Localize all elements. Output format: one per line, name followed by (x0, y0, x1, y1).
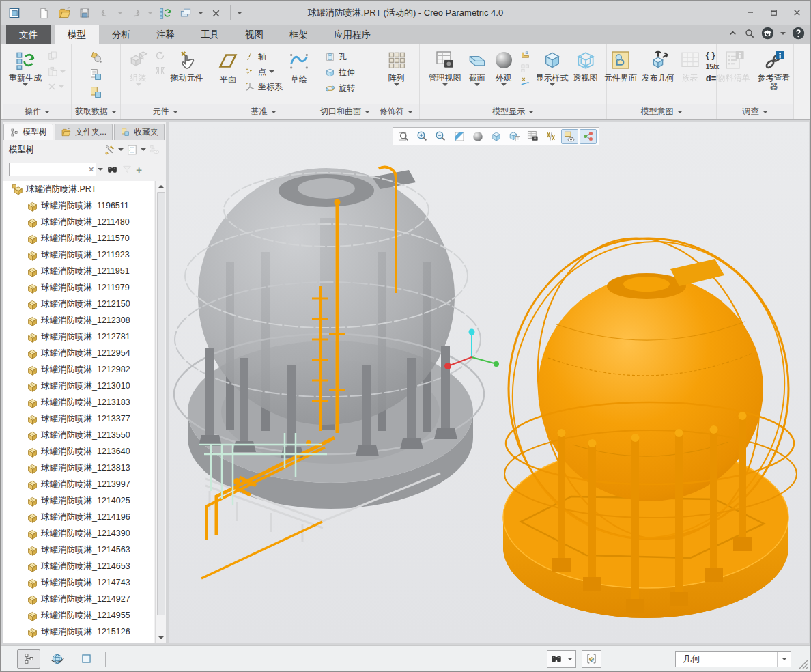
windows-button[interactable] (177, 5, 194, 21)
maximize-button[interactable] (764, 5, 783, 20)
tree-search-settings-button[interactable] (149, 144, 160, 156)
app-window-icon[interactable] (6, 5, 23, 21)
tree-filters-button[interactable] (126, 144, 138, 156)
open-file-button[interactable] (56, 5, 72, 21)
group-label-get-data[interactable]: 获取数据 (72, 104, 120, 119)
tree-item[interactable]: 球罐消防喷淋_1211480 (3, 214, 154, 230)
chevron-down-icon[interactable] (117, 12, 123, 14)
zoom-out-button[interactable] (432, 129, 449, 144)
shading-style-button[interactable] (469, 129, 486, 144)
drag-components-button[interactable]: 拖动元件 (171, 47, 203, 104)
tab-tools[interactable]: 工具 (188, 25, 232, 44)
tree-item[interactable]: 球罐消防喷淋_1214025 (3, 492, 154, 509)
group-label-investigate[interactable]: 调查 (717, 104, 793, 119)
tab-framework[interactable]: 框架 (276, 25, 321, 44)
extrude-button[interactable]: 拉伸 (324, 66, 355, 79)
datum-display-filters-button[interactable] (543, 129, 560, 144)
tree-item[interactable]: 球罐消防喷淋_1211951 (3, 263, 154, 279)
help-icon[interactable] (792, 27, 805, 40)
resize-grip[interactable] (799, 660, 808, 669)
display-style-toggle-button[interactable] (487, 129, 504, 144)
chevron-down-icon[interactable] (474, 83, 480, 86)
search-icon[interactable] (744, 28, 755, 39)
tree-root-item[interactable]: 球罐消防喷淋.PRT (3, 181, 154, 197)
chevron-down-icon[interactable] (567, 658, 573, 660)
regenerate-quick-button[interactable] (157, 5, 173, 21)
tree-item[interactable]: 球罐消防喷淋_1213813 (3, 460, 154, 476)
bill-of-materials-button[interactable]: 物料清单 (717, 47, 750, 104)
redo-button[interactable] (127, 5, 143, 21)
chevron-down-icon[interactable] (147, 12, 153, 14)
tree-item[interactable]: 球罐消防喷淋_1211923 (3, 247, 154, 263)
user-defined-feature-button[interactable] (89, 50, 103, 64)
repeat-button[interactable] (154, 50, 166, 61)
tree-item[interactable]: 球罐消防喷淋_1214563 (3, 542, 154, 558)
datum-plane-button[interactable]: 平面 (216, 47, 240, 104)
tree-scrollbar[interactable] (155, 181, 166, 643)
paste-button[interactable] (46, 66, 66, 78)
zoom-in-button[interactable] (414, 129, 431, 144)
copy-geometry-button[interactable] (89, 68, 103, 82)
group-label-operations[interactable]: 操作 (3, 104, 71, 119)
tree-item[interactable]: 球罐消防喷淋_1214955 (3, 607, 154, 624)
tree-item[interactable]: 球罐消防喷淋_1215126 (3, 624, 154, 640)
chevron-down-icon[interactable] (442, 83, 448, 86)
add-filter-icon[interactable]: + (136, 164, 142, 176)
tree-item[interactable]: 球罐消防喷淋_1212150 (3, 296, 154, 312)
datum-csys-button[interactable]: 坐标系 (244, 80, 283, 94)
view-manager-button[interactable] (524, 129, 541, 144)
select-items-button[interactable] (582, 650, 601, 668)
scroll-down-icon[interactable] (156, 632, 166, 643)
tree-item[interactable]: 球罐消防喷淋_1212308 (3, 312, 154, 328)
group-label-components[interactable]: 元件 (121, 104, 210, 119)
chevron-down-icon[interactable] (98, 168, 103, 171)
datum-axis-button[interactable]: 轴 (244, 50, 283, 64)
annotation-display-button[interactable] (561, 129, 578, 144)
tree-item[interactable]: 球罐消防喷淋_1214653 (3, 558, 154, 574)
web-browser-button[interactable] (46, 649, 69, 669)
chevron-down-icon[interactable] (550, 83, 555, 86)
chevron-down-icon[interactable] (198, 12, 203, 14)
chevron-down-icon[interactable] (777, 652, 791, 667)
display-style-button[interactable]: 显示样式 (536, 47, 569, 104)
tab-applications[interactable]: 应用程序 (321, 25, 384, 44)
chevron-down-icon[interactable] (269, 70, 274, 73)
sketch-button[interactable]: 草绘 (287, 47, 311, 104)
hole-button[interactable]: 孔 (324, 50, 355, 64)
tree-item[interactable]: 球罐消防喷淋_1211979 (3, 279, 154, 296)
chevron-down-icon[interactable] (780, 32, 786, 35)
tree-item[interactable]: 球罐消防喷淋_1214743 (3, 574, 154, 591)
spin-center-button[interactable] (580, 129, 597, 144)
annotation-orientation-button[interactable] (520, 76, 531, 87)
shrinkwrap-button[interactable] (89, 85, 103, 100)
refit-button[interactable] (395, 129, 412, 144)
group-label-model-display[interactable]: 模型显示 (420, 104, 606, 119)
scene-button[interactable] (520, 50, 531, 61)
tab-analysis[interactable]: 分析 (99, 25, 143, 44)
tree-item[interactable]: 球罐消防喷淋_1213997 (3, 476, 154, 492)
datum-point-button[interactable]: 点 (244, 65, 283, 79)
group-label-model-intent[interactable]: 模型意图 (607, 104, 716, 119)
tab-folder-browser[interactable]: 文件夹... (55, 124, 113, 140)
publish-geometry-button[interactable]: 发布几何 (642, 47, 674, 104)
reference-viewer-button[interactable]: 参考查看器 (755, 47, 793, 104)
customize-toolbar-caret[interactable] (237, 12, 242, 14)
tab-annotate[interactable]: 注释 (143, 25, 188, 44)
tree-item[interactable]: 球罐消防喷淋_1212954 (3, 345, 154, 361)
learning-center-icon[interactable] (761, 27, 774, 40)
scroll-up-icon[interactable] (156, 181, 166, 191)
collapse-ribbon-button[interactable] (728, 28, 738, 38)
save-button[interactable] (76, 5, 93, 21)
toggle-navigator-button[interactable] (17, 649, 40, 669)
family-table-button[interactable]: 族表 (679, 47, 701, 104)
tab-model-tree[interactable]: 模型树 (3, 124, 53, 140)
tree-tools-button[interactable] (104, 144, 115, 156)
tree-item[interactable]: 球罐消防喷淋_1212781 (3, 328, 154, 345)
tree-item[interactable]: 球罐消防喷淋_1196511 (3, 197, 154, 214)
tree-item[interactable]: 球罐消防喷淋_1213640 (3, 443, 154, 460)
pattern-button[interactable]: 阵列 (386, 47, 408, 104)
3d-viewport[interactable] (169, 122, 809, 643)
group-label-datum[interactable]: 基准 (210, 104, 317, 119)
chevron-down-icon[interactable] (118, 148, 124, 151)
minimize-button[interactable] (741, 5, 760, 20)
